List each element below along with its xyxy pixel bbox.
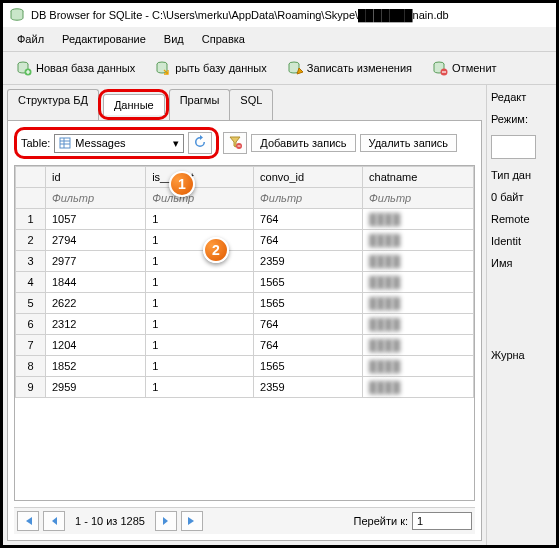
cell-id[interactable]: 2959 xyxy=(46,377,146,398)
callout-1: 1 xyxy=(169,171,195,197)
goto-input[interactable] xyxy=(412,512,472,530)
cell-convo[interactable]: 764 xyxy=(254,314,363,335)
cell-chatname[interactable]: ████ xyxy=(363,293,474,314)
cell-convo[interactable]: 2359 xyxy=(254,251,363,272)
new-database-label: Новая база данных xyxy=(36,62,135,74)
menu-edit[interactable]: Редактирование xyxy=(54,31,154,47)
table-row[interactable]: 227941764████ xyxy=(16,230,474,251)
right-remote-label: Remote xyxy=(491,213,552,225)
cell-chatname[interactable]: ████ xyxy=(363,230,474,251)
nav-last-button[interactable] xyxy=(181,511,203,531)
cell-id[interactable]: 1844 xyxy=(46,272,146,293)
cell-id[interactable]: 2977 xyxy=(46,251,146,272)
cell-chatname[interactable]: ████ xyxy=(363,209,474,230)
nav-prev-button[interactable] xyxy=(43,511,65,531)
right-mode-label: Режим: xyxy=(491,113,552,125)
cell-is[interactable]: 1 xyxy=(146,377,254,398)
cell-id[interactable]: 1852 xyxy=(46,356,146,377)
cell-is[interactable]: 1 xyxy=(146,335,254,356)
table-row[interactable]: 8185211565████ xyxy=(16,356,474,377)
filter-input-id[interactable] xyxy=(52,192,139,204)
nav-range: 1 - 10 из 1285 xyxy=(69,515,151,527)
cell-convo[interactable]: 1565 xyxy=(254,272,363,293)
cell-chatname[interactable]: ████ xyxy=(363,335,474,356)
tab-pragmas[interactable]: Прагмы xyxy=(169,89,231,120)
row-number: 7 xyxy=(16,335,46,356)
cell-convo[interactable]: 764 xyxy=(254,209,363,230)
add-record-button[interactable]: Добавить запись xyxy=(251,134,355,152)
nav-next-button[interactable] xyxy=(155,511,177,531)
prev-icon xyxy=(49,516,59,526)
filter-input-is[interactable] xyxy=(152,192,247,204)
table-row[interactable]: 9295912359████ xyxy=(16,377,474,398)
row-number: 4 xyxy=(16,272,46,293)
nav-first-button[interactable] xyxy=(17,511,39,531)
menu-help[interactable]: Справка xyxy=(194,31,253,47)
tab-data[interactable]: Данные xyxy=(103,94,165,115)
cell-id[interactable]: 2794 xyxy=(46,230,146,251)
cell-convo[interactable]: 1565 xyxy=(254,293,363,314)
delete-record-button[interactable]: Удалить запись xyxy=(360,134,458,152)
toolbar: Новая база данных рыть базу данных Запис… xyxy=(3,52,556,85)
table-row[interactable]: 3297712359████ xyxy=(16,251,474,272)
right-identity-label: Identit xyxy=(491,235,552,247)
write-changes-button[interactable]: Записать изменения xyxy=(280,56,419,80)
table-row[interactable]: 110571764████ xyxy=(16,209,474,230)
clear-filters-button[interactable] xyxy=(223,132,247,154)
right-edit-label: Редакт xyxy=(491,91,552,103)
row-number: 9 xyxy=(16,377,46,398)
revert-label: Отменит xyxy=(452,62,497,74)
tab-structure[interactable]: Структура БД xyxy=(7,89,99,120)
filter-input-chatname[interactable] xyxy=(369,192,467,204)
menu-view[interactable]: Вид xyxy=(156,31,192,47)
cell-id[interactable]: 1057 xyxy=(46,209,146,230)
menu-file[interactable]: Файл xyxy=(9,31,52,47)
cell-convo[interactable]: 764 xyxy=(254,335,363,356)
filter-input-convo[interactable] xyxy=(260,192,356,204)
cell-chatname[interactable]: ████ xyxy=(363,356,474,377)
right-name-label: Имя xyxy=(491,257,552,269)
cell-id[interactable]: 2622 xyxy=(46,293,146,314)
svg-rect-7 xyxy=(60,138,70,148)
table-row[interactable]: 623121764████ xyxy=(16,314,474,335)
revert-icon xyxy=(432,60,448,76)
cell-chatname[interactable]: ████ xyxy=(363,377,474,398)
cell-chatname[interactable]: ████ xyxy=(363,314,474,335)
cell-convo[interactable]: 764 xyxy=(254,230,363,251)
database-new-icon xyxy=(16,60,32,76)
menubar: Файл Редактирование Вид Справка xyxy=(3,27,556,52)
right-edit-box[interactable] xyxy=(491,135,536,159)
row-number: 1 xyxy=(16,209,46,230)
revert-changes-button[interactable]: Отменит xyxy=(425,56,504,80)
table-row[interactable]: 5262211565████ xyxy=(16,293,474,314)
tab-sql[interactable]: SQL xyxy=(229,89,273,120)
database-open-icon xyxy=(155,60,171,76)
cell-id[interactable]: 1204 xyxy=(46,335,146,356)
cell-is[interactable]: 1 xyxy=(146,251,254,272)
table-row[interactable]: 4184411565████ xyxy=(16,272,474,293)
cell-is[interactable]: 1 xyxy=(146,209,254,230)
cell-convo[interactable]: 2359 xyxy=(254,377,363,398)
cell-chatname[interactable]: ████ xyxy=(363,251,474,272)
cell-convo[interactable]: 1565 xyxy=(254,356,363,377)
col-header-is[interactable]: is___ent xyxy=(146,167,254,188)
table-select[interactable]: Messages ▾ xyxy=(54,134,184,153)
cell-is[interactable]: 1 xyxy=(146,356,254,377)
new-database-button[interactable]: Новая база данных xyxy=(9,56,142,80)
col-header-id[interactable]: id xyxy=(46,167,146,188)
cell-chatname[interactable]: ████ xyxy=(363,272,474,293)
open-database-button[interactable]: рыть базу данных xyxy=(148,56,273,80)
refresh-button[interactable] xyxy=(188,132,212,154)
row-number: 5 xyxy=(16,293,46,314)
col-header-chatname[interactable]: chatname xyxy=(363,167,474,188)
cell-is[interactable]: 1 xyxy=(146,293,254,314)
cell-is[interactable]: 1 xyxy=(146,314,254,335)
cell-is[interactable]: 1 xyxy=(146,272,254,293)
open-database-label: рыть базу данных xyxy=(175,62,266,74)
cell-is[interactable]: 1 xyxy=(146,230,254,251)
cell-id[interactable]: 2312 xyxy=(46,314,146,335)
record-nav: 1 - 10 из 1285 Перейти к: xyxy=(14,507,475,534)
table-row[interactable]: 712041764████ xyxy=(16,335,474,356)
col-header-convo[interactable]: convo_id xyxy=(254,167,363,188)
write-changes-label: Записать изменения xyxy=(307,62,412,74)
